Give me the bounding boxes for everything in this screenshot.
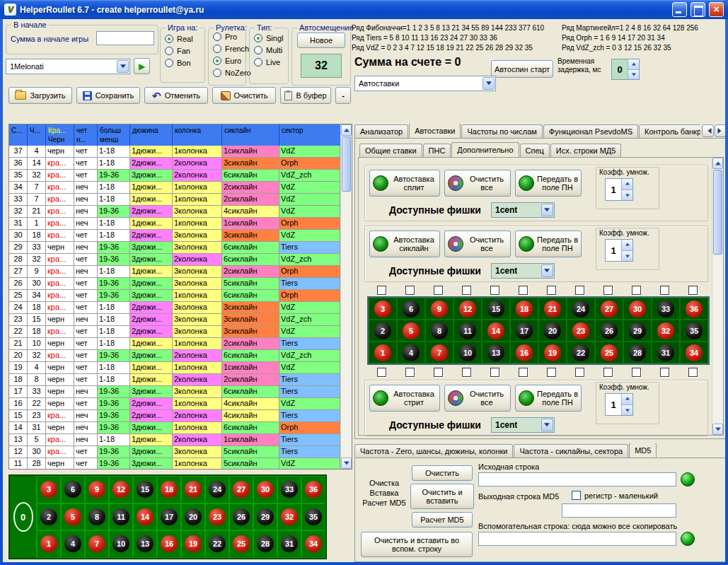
board-cell[interactable]: 16 <box>157 530 181 558</box>
board-cell[interactable]: 28 <box>253 530 277 558</box>
spinner-up-icon[interactable] <box>628 59 639 70</box>
md5-calc-button[interactable]: Расчет MD5 <box>412 512 473 528</box>
output-string-input[interactable] <box>562 503 676 518</box>
bet-checkbox[interactable] <box>547 368 556 377</box>
history-row[interactable]: 2315черннеч1-182дюжи...3колонка3сиклайнV… <box>9 314 340 326</box>
board-cell[interactable]: 32 <box>277 503 301 531</box>
board-cell[interactable]: 3 <box>369 298 397 320</box>
chips-combobox[interactable]: 1cent <box>491 417 555 433</box>
save-button[interactable]: Сохранить <box>76 87 140 104</box>
start-sum-input[interactable] <box>96 31 154 45</box>
board-cell[interactable]: 6 <box>61 476 85 503</box>
board-cell[interactable]: 17 <box>510 320 538 342</box>
sub-tab-5[interactable]: Исх. строки МД5 <box>550 144 622 157</box>
history-row[interactable]: 1128чернчет19-363дюжи...1колонка5сиклайн… <box>9 458 340 469</box>
minimize-button[interactable] <box>672 2 687 17</box>
history-row[interactable]: 2933черннеч19-363дюжи...3колонка6сиклайн… <box>9 242 340 254</box>
autobet-button[interactable]: Автоставка стрит <box>369 385 440 412</box>
bet-checkbox[interactable] <box>490 286 499 295</box>
spinner-up-icon[interactable] <box>622 240 632 251</box>
panel-scrollbar[interactable] <box>712 158 723 435</box>
transfer-button[interactable]: Передать в поле ПН <box>515 231 582 257</box>
dropdown-arrow-icon[interactable] <box>541 264 553 277</box>
table-body[interactable]: 374чернчет1-181дюжи...1колонка1сиклайнVd… <box>9 146 340 469</box>
history-row[interactable]: 2418кра...чет1-182дюжи...3колонка3сиклай… <box>9 302 340 314</box>
spinner-arrows[interactable] <box>621 179 632 200</box>
board-cell[interactable]: 21 <box>538 298 567 320</box>
autobets-combobox[interactable]: Автоставки <box>354 76 496 91</box>
board-cell[interactable]: 26 <box>229 503 253 531</box>
paste-helper-icon[interactable] <box>681 532 695 546</box>
bet-checkbox[interactable] <box>377 286 386 295</box>
history-row[interactable]: 2534кра...чет19-363дюжи...1колонка6сикла… <box>9 290 340 302</box>
source-string-input[interactable] <box>478 472 676 487</box>
main-tab-2[interactable]: Автоставки <box>409 124 461 138</box>
bet-checkbox[interactable] <box>377 368 386 377</box>
board-cell[interactable]: 21 <box>181 476 205 503</box>
md5-clear-button[interactable]: Очистить <box>412 465 473 481</box>
case-checkbox[interactable] <box>572 491 581 500</box>
spinner-down-icon[interactable] <box>622 251 632 262</box>
dropdown-arrow-icon[interactable] <box>541 419 553 431</box>
board-cell[interactable]: 32 <box>652 320 680 342</box>
column-header[interactable]: дюжина <box>130 124 173 146</box>
bet-checkbox[interactable] <box>575 286 584 295</box>
board-cell[interactable]: 7 <box>85 530 109 558</box>
bet-checkbox[interactable] <box>603 368 613 377</box>
board-cell[interactable]: 33 <box>277 476 301 503</box>
scroll-down-icon[interactable] <box>341 458 352 469</box>
bet-checkbox[interactable] <box>547 286 556 295</box>
play-button[interactable]: ▶ <box>134 58 150 74</box>
history-row[interactable]: 311кра...неч1-181дюжи...1колонка1сиклайн… <box>9 218 340 230</box>
board-cell[interactable]: 25 <box>595 342 623 363</box>
bet-checkbox[interactable] <box>632 368 641 377</box>
column-header[interactable]: С... <box>9 124 28 146</box>
bet-checkbox[interactable] <box>575 368 584 377</box>
board-cell[interactable]: 23 <box>205 503 229 531</box>
sub-tab-4[interactable]: Спец <box>520 144 550 157</box>
clear-paste-helper-button[interactable]: Очистить и вставить во вспом. строку <box>361 532 473 557</box>
history-row[interactable]: 2110чернчет1-181дюжи...1колонка2сиклайнT… <box>9 338 340 350</box>
board-cell[interactable]: 5 <box>397 320 425 342</box>
board-cell[interactable]: 10 <box>109 530 133 558</box>
history-row[interactable]: 1523кра...неч19-362дюжи...2колонка4сикла… <box>9 410 340 422</box>
board-cell[interactable]: 1 <box>369 342 397 363</box>
close-button[interactable] <box>709 2 724 17</box>
board-cell[interactable]: 18 <box>510 298 538 320</box>
board-cell[interactable]: 19 <box>538 342 567 363</box>
column-header[interactable]: четн... <box>74 124 98 146</box>
spinner-down-icon[interactable] <box>622 190 632 201</box>
history-row[interactable]: 1733черннеч19-363дюжи...3колонка6сиклайн… <box>9 386 340 398</box>
column-header[interactable]: большменш <box>98 124 130 146</box>
main-tab-3[interactable]: Частоты по числам <box>461 124 542 138</box>
sub-tab-2[interactable]: ПНС <box>423 144 451 157</box>
bet-checkbox[interactable] <box>405 286 415 295</box>
board-cell[interactable]: 12 <box>453 298 482 320</box>
board-cell[interactable]: 30 <box>623 298 652 320</box>
board-cell[interactable]: 27 <box>595 298 623 320</box>
history-row[interactable]: 1230кра...чет19-363дюжи...3колонка5сикла… <box>9 446 340 458</box>
dropdown-arrow-icon[interactable] <box>117 60 129 73</box>
coef-spinner[interactable]: 1 <box>605 393 633 416</box>
board-cell[interactable]: 9 <box>425 298 453 320</box>
board-cell[interactable]: 11 <box>109 503 133 531</box>
history-row[interactable]: 279кра...неч1-181дюжи...3колонка2сиклайн… <box>9 266 340 278</box>
game-option-fan[interactable]: Fan <box>165 47 193 55</box>
autobet-button[interactable]: Автоставка сплит <box>369 170 440 197</box>
board-cell[interactable]: 11 <box>453 320 482 342</box>
game-option-bon[interactable]: Bon <box>165 59 193 67</box>
roulette-option-nozero[interactable]: NoZero <box>213 69 251 77</box>
board-cell[interactable]: 2 <box>37 503 61 531</box>
board-cell[interactable]: 29 <box>623 320 652 342</box>
history-row[interactable]: 3614кра...чет1-182дюжи...2колонка3сиклай… <box>9 158 340 170</box>
history-row[interactable]: 2218кра...чет1-182дюжи...3колонка3сиклай… <box>9 326 340 338</box>
history-row[interactable]: 1622чернчет19-362дюжи...1колонка4сиклайн… <box>9 398 340 410</box>
clear-all-button[interactable]: Очистить все <box>444 170 511 197</box>
board-zero-cell[interactable]: 0 <box>10 476 37 558</box>
board-cell[interactable]: 34 <box>301 530 325 558</box>
clear-all-button[interactable]: Очистить все <box>444 231 511 257</box>
bet-checkbox[interactable] <box>660 286 669 295</box>
board-cell[interactable]: 8 <box>85 503 109 531</box>
board-cell[interactable]: 36 <box>301 476 325 503</box>
board-cell[interactable]: 15 <box>482 298 510 320</box>
